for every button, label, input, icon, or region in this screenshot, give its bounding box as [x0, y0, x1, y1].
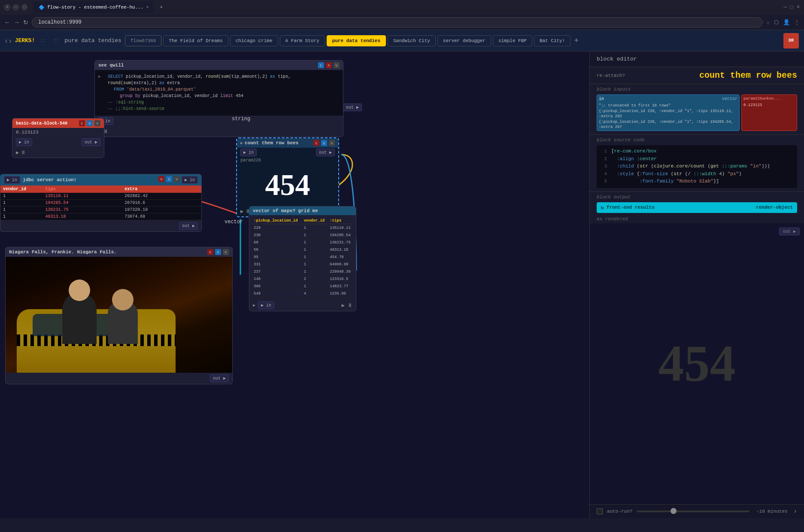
- vector-pause[interactable]: ⏸: [347, 302, 352, 309]
- vector-play[interactable]: ▶: [342, 302, 345, 309]
- window-maximize-icon[interactable]: □: [790, 4, 793, 10]
- add-tab-button[interactable]: +: [574, 36, 579, 45]
- out-port-btn[interactable]: out ▶: [343, 103, 362, 111]
- profile-icon[interactable]: 👤: [783, 19, 790, 26]
- jdbc-row-2: 1 194285.54 267916.6: [0, 200, 201, 207]
- col-tips: tips: [42, 185, 122, 193]
- basic-data-icon-e[interactable]: E: [79, 120, 85, 126]
- person-2: [108, 301, 138, 344]
- basic-data-icon-v[interactable]: V: [94, 120, 100, 126]
- jdbc-title: jdbc server action!: [23, 177, 76, 182]
- browser-tab-bar: 🔷 flow-story - esteemed-coffee-hu... × +: [33, 1, 780, 13]
- jdbc-header-in[interactable]: ▶ in: [182, 176, 198, 184]
- tab-close-button[interactable]: ×: [146, 5, 149, 10]
- count-play[interactable]: ▶: [240, 208, 243, 215]
- close-button[interactable]: ×: [4, 4, 10, 10]
- basic-data-icon-b[interactable]: B: [87, 120, 93, 126]
- block-vector-maps: vector of maps? grid me :pickup_location…: [249, 206, 356, 311]
- maximize-button[interactable]: □: [21, 4, 27, 10]
- see-qwill-icon-e[interactable]: E: [318, 62, 324, 68]
- window-close-icon[interactable]: ×: [797, 4, 800, 10]
- count-in-port[interactable]: ▶ in: [240, 149, 257, 156]
- vector-table-body: 2291135110.11 2301194285.54 681136231.75…: [252, 225, 353, 297]
- niagara-header: Niagara Falls, Frankie. Niagara Falls. E…: [6, 247, 232, 257]
- refresh-icon[interactable]: ↻: [601, 205, 604, 210]
- sql-text: SELECT pickup_location_id, vendor_id, ro…: [108, 73, 340, 112]
- code-line-4: 4 :style {:font-size (str (/ :::width 4)…: [600, 170, 794, 178]
- input-param-value: 0.123123: [743, 103, 795, 108]
- app-nav: ‹ › JERKS! :: :: pure data tendies flow6…: [0, 30, 804, 52]
- basic-play[interactable]: ▶: [16, 149, 19, 156]
- menu-icon[interactable]: ⋮: [794, 19, 800, 26]
- basic-pause[interactable]: ⏸: [21, 149, 26, 156]
- tab-simple-fbp[interactable]: simple FBP: [493, 35, 532, 46]
- tab-chicago-crime[interactable]: chicago crime: [230, 35, 278, 46]
- niagara-title: Niagara Falls, Frankie. Niagara Falls.: [9, 249, 117, 255]
- jdbc-table: vendor_id tips extra 1 135110.11 202882.…: [0, 185, 201, 220]
- niagara-icon-v[interactable]: V: [223, 249, 229, 255]
- rendered-out-button[interactable]: out ▶: [779, 228, 800, 235]
- back-button[interactable]: ←: [4, 19, 10, 26]
- count-icon-e[interactable]: E: [313, 140, 319, 146]
- jdbc-in-port[interactable]: ▶ in: [4, 176, 20, 184]
- prev-arrow[interactable]: ‹: [5, 37, 7, 45]
- in-label: in: [105, 119, 110, 124]
- window-chrome-controls: — □ ×: [783, 4, 800, 10]
- browser-tab-active[interactable]: 🔷 flow-story - esteemed-coffee-hu... ×: [33, 1, 154, 13]
- see-qwill-icon-v[interactable]: V: [334, 62, 340, 68]
- panel-expand-arrow[interactable]: ›: [794, 508, 797, 515]
- niagara-icon-e[interactable]: E: [207, 249, 213, 255]
- tab-bat-city[interactable]: Bat City!: [534, 35, 570, 46]
- vector-row-8: 1482123316.5: [252, 276, 353, 283]
- jdbc-icon-b[interactable]: B: [166, 176, 172, 182]
- basic-data-value: 0.123123: [12, 128, 104, 137]
- reload-button[interactable]: ↻: [23, 19, 28, 26]
- basic-data-out[interactable]: out ▶: [82, 138, 100, 146]
- count-header: ▶ count them row bees E B V: [237, 138, 338, 148]
- see-qwill-icon-r[interactable]: R: [326, 62, 332, 68]
- jdbc-row-4: 1 48313.18 73074.68: [0, 213, 201, 220]
- count-icon-b[interactable]: B: [321, 140, 327, 146]
- jdbc-icon-v[interactable]: V: [174, 176, 180, 182]
- see-qwill-icons: E R V: [318, 62, 340, 68]
- basic-data-in[interactable]: ▶ in: [16, 138, 32, 146]
- basic-data-icons: E B V: [79, 120, 100, 126]
- browser-tab-new[interactable]: +: [155, 1, 168, 13]
- niagara-footer: out ▶: [6, 373, 232, 384]
- auto-run-slider[interactable]: [637, 511, 749, 512]
- vector-in-port[interactable]: ▶ in: [258, 301, 274, 309]
- url-box[interactable]: localhost:9999: [32, 17, 763, 27]
- count-icon-v[interactable]: V: [329, 140, 335, 146]
- slider-time-label: -10 minutes: [756, 509, 788, 514]
- window-minimize-icon[interactable]: —: [783, 4, 786, 10]
- niagara-icon-b[interactable]: B: [215, 249, 221, 255]
- count-icons: E B V: [313, 140, 335, 146]
- jdbc-out-port[interactable]: out ▶: [179, 222, 198, 230]
- auto-run-checkbox[interactable]: [597, 508, 603, 514]
- niagara-out-port[interactable]: out ▶: [210, 374, 229, 382]
- count-expand-icon[interactable]: ▶: [240, 140, 243, 146]
- count-out-port[interactable]: out ▶: [316, 149, 335, 156]
- vector-expand[interactable]: ▶: [253, 303, 255, 308]
- basic-data-title: basic-data-block-540: [16, 121, 67, 126]
- extensions-icon[interactable]: ⬡: [774, 19, 779, 26]
- tab-pure-data-tendies[interactable]: pure data tendies: [327, 35, 386, 46]
- minimize-button[interactable]: —: [13, 4, 19, 10]
- tab-server-debugger[interactable]: server debugger: [437, 35, 491, 46]
- forward-button[interactable]: →: [14, 19, 20, 26]
- input-line-1: ";; truncated to first 10 rows": [599, 103, 737, 109]
- input-in-content: ";; truncated to first 10 rows" {:pickup…: [599, 103, 737, 129]
- tab-field-of-dreams[interactable]: The Field of Dreams: [163, 35, 228, 46]
- vector-row-3: 681136231.75: [252, 240, 353, 246]
- see-qwill-header: see qwill E R V: [95, 61, 343, 70]
- vector-table-container: :pickup_location_id vendor_id :tips 2291…: [249, 215, 356, 300]
- tab-flow67388[interactable]: flow67388: [125, 35, 161, 46]
- code-area: 1 [re-com.core/box 2 :align :center 3 :c…: [597, 145, 797, 188]
- next-arrow[interactable]: ›: [9, 37, 11, 45]
- jdbc-row-3: 1 136231.75 197320.19: [0, 207, 201, 213]
- jdbc-icon-r[interactable]: R: [158, 176, 164, 182]
- niagara-header-left: Niagara Falls, Frankie. Niagara Falls.: [9, 249, 117, 255]
- tab-sandwich-city[interactable]: Sandwich City: [388, 35, 436, 46]
- bookmark-icon[interactable]: ☆: [766, 19, 770, 26]
- tab-farm-story[interactable]: A Farm Story: [280, 35, 325, 46]
